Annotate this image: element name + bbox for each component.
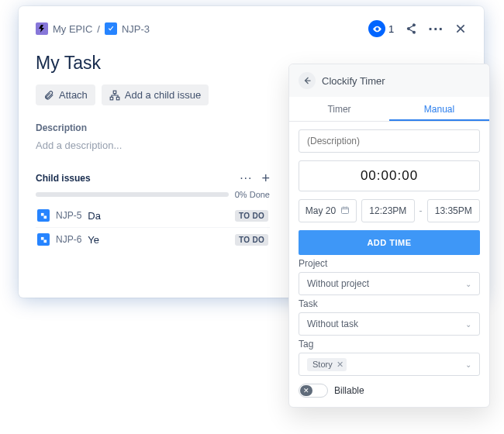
tab-timer[interactable]: Timer [289,97,389,121]
svg-rect-4 [43,215,47,219]
tag-chip: Story ✕ [307,358,347,371]
child-issue-row[interactable]: NJP-6YeTO DO [36,228,270,251]
watch-button[interactable]: 1 [368,20,394,37]
subtask-icon [37,233,50,246]
child-issue-status[interactable]: TO DO [235,234,268,246]
breadcrumb-issue-link[interactable]: NJP-3 [122,23,150,35]
eye-icon [368,20,385,37]
close-button[interactable] [454,22,467,35]
add-time-button[interactable]: ADD TIME [299,230,480,255]
breadcrumb: My EPIC / NJP-3 [36,22,150,35]
calendar-icon [340,205,350,217]
child-progress: 0% Done [36,190,270,199]
child-issue-key: NJP-6 [56,234,81,245]
child-issue-status[interactable]: TO DO [235,210,268,222]
toggle-knob-off-icon: ✕ [300,385,312,396]
svg-rect-7 [342,207,349,213]
time-range-row: May 20 12:23PM - 13:35PM [299,199,480,222]
clockify-panel: Clockify Timer Timer Manual 00:00:00 May… [288,64,490,408]
clockify-tabs: Timer Manual [289,97,489,122]
svg-rect-5 [40,236,43,239]
subtask-icon [37,209,50,222]
tree-icon [109,90,120,101]
clockify-body: 00:00:00 May 20 12:23PM - 13:35PM ADD TI… [289,122,489,255]
project-label: Project [299,258,480,269]
svg-rect-6 [43,239,47,243]
add-child-label: Add a child issue [125,89,201,101]
start-time-field[interactable]: 12:23PM [361,199,414,222]
paperclip-icon [43,90,54,101]
epic-icon [36,22,48,35]
progress-label: 0% Done [235,190,270,199]
date-value: May 20 [306,205,336,216]
child-issue-summary: Ye [88,234,229,246]
billable-label: Billable [334,385,364,396]
breadcrumb-epic-link[interactable]: My EPIC [53,23,92,35]
child-issues-header: Child issues ··· + [36,171,270,185]
tag-label: Tag [299,339,480,350]
svg-rect-1 [110,97,113,99]
end-time-value: 13:35PM [435,205,472,216]
child-issues-heading: Child issues [36,173,91,184]
child-issues-more-button[interactable]: ··· [240,172,252,184]
more-actions-button[interactable]: ··· [428,21,444,36]
attach-button[interactable]: Attach [36,84,95,105]
time-range-separator: - [419,205,423,216]
add-child-button[interactable]: Add a child issue [102,84,209,105]
task-icon [105,22,117,35]
breadcrumb-separator: / [97,23,100,35]
duration-display[interactable]: 00:00:00 [299,160,480,191]
description-input[interactable] [307,136,471,146]
watch-count: 1 [388,23,394,35]
start-time-value: 12:23PM [369,205,406,216]
svg-rect-3 [40,212,43,215]
modal-header-row: My EPIC / NJP-3 1 ··· [36,20,467,37]
svg-rect-0 [113,91,116,94]
svg-rect-2 [116,97,119,99]
task-label: Task [299,298,480,309]
date-field[interactable]: May 20 [299,199,357,222]
clockify-title: Clockify Timer [322,75,385,87]
project-value: Without project [307,278,369,289]
tag-chip-label: Story [312,360,333,369]
tab-manual[interactable]: Manual [389,97,489,121]
tag-select[interactable]: Story ✕ ⌄ [299,353,480,376]
child-issue-row[interactable]: NJP-5DaTO DO [36,204,270,228]
child-issue-key: NJP-5 [56,210,81,221]
clockify-header: Clockify Timer [289,64,489,97]
modal-actions: 1 ··· [368,20,467,37]
progress-bar [36,192,229,197]
project-select[interactable]: Without project ⌄ [299,272,480,295]
share-button[interactable] [405,22,417,35]
chevron-down-icon: ⌄ [465,360,471,369]
billable-row: ✕ Billable [299,384,480,398]
chevron-down-icon: ⌄ [465,280,471,288]
child-issue-summary: Da [88,210,229,222]
tag-remove-icon[interactable]: ✕ [337,360,343,370]
task-select[interactable]: Without task ⌄ [299,312,480,336]
child-issues-add-button[interactable]: + [261,171,270,185]
back-button[interactable] [299,72,316,89]
attach-label: Attach [59,89,88,101]
end-time-field[interactable]: 13:35PM [427,199,480,222]
description-field[interactable] [299,129,480,153]
task-value: Without task [307,319,358,329]
arrow-left-icon [302,76,312,85]
child-issues-list: NJP-5DaTO DONJP-6YeTO DO [36,204,270,251]
billable-toggle[interactable]: ✕ [299,384,328,398]
chevron-down-icon: ⌄ [465,320,471,329]
